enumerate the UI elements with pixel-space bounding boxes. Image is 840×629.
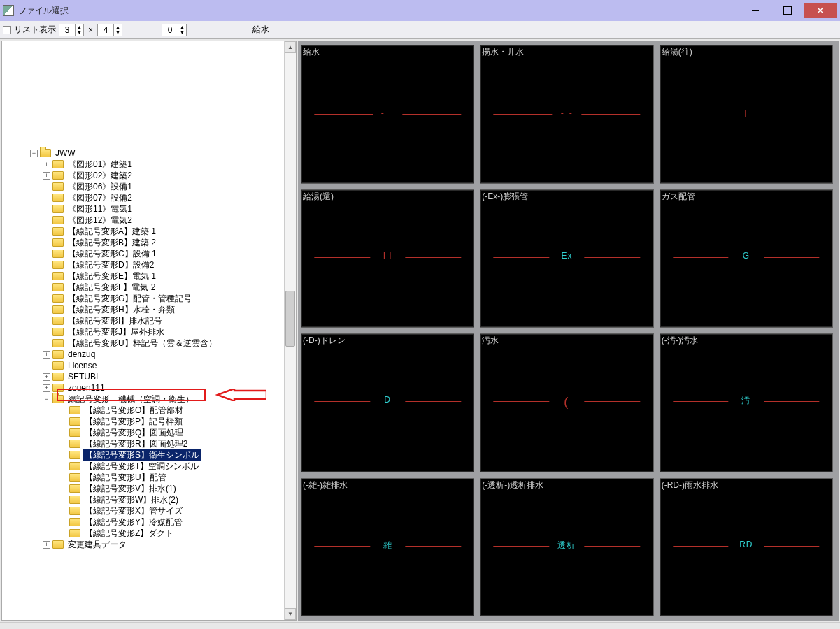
preview-cell[interactable]: ガス配管G <box>660 189 833 328</box>
tree-item[interactable]: 《図形06》設備1 <box>5 181 284 192</box>
tree-item[interactable]: +《図形02》建築2 <box>5 170 284 181</box>
folder-icon <box>69 451 80 459</box>
folder-tree[interactable]: −JWW+《図形01》建築1+《図形02》建築2《図形06》設備1《図形07》設… <box>2 41 284 620</box>
zero-input[interactable] <box>162 25 178 35</box>
tree-item[interactable]: 【線記号変形F】電気 2 <box>5 282 284 293</box>
maximize-button[interactable] <box>771 3 803 18</box>
tree-item-label: 《図形12》電気2 <box>66 215 134 226</box>
folder-icon <box>69 440 80 448</box>
expander-icon[interactable]: + <box>43 373 50 381</box>
tree-item[interactable]: +denzuq <box>5 349 284 360</box>
zero-down[interactable]: ▼ <box>178 30 186 36</box>
tree-item[interactable]: 【線記号変形Y】冷媒配管 <box>5 516 284 528</box>
symbol-preview: 透析 <box>494 547 640 548</box>
folder-icon <box>69 428 80 437</box>
tree-item[interactable]: 【線記号変形D】設備2 <box>5 259 284 270</box>
preview-cell[interactable]: 給水 <box>301 45 474 184</box>
tree-item-label: 《図形01》建築1 <box>66 159 134 171</box>
tree-item-label: JWW <box>54 148 77 158</box>
tree-item[interactable]: 【線記号変形O】配管部材 <box>5 405 284 416</box>
tree-scrollbar[interactable]: ▲ ▼ <box>284 41 296 620</box>
zero-up[interactable]: ▲ <box>178 24 186 30</box>
tree-item[interactable]: 【線記号変形Q】図面処理 <box>5 427 284 438</box>
folder-icon <box>52 305 64 314</box>
expander-icon[interactable]: + <box>43 161 50 168</box>
rows-spin[interactable]: ▲▼ <box>97 24 122 36</box>
preview-cell-title: 給水 <box>303 46 320 58</box>
tree-item-label: 《図形07》設備2 <box>66 192 134 204</box>
preview-cell[interactable]: (-雑-)雑排水雑 <box>301 478 474 617</box>
folder-icon <box>52 227 64 236</box>
tree-item[interactable]: 【線記号変形S】衛生シンボル <box>5 449 284 461</box>
tree-item[interactable]: 【線記号変形B】建築 2 <box>5 237 284 248</box>
expander-icon[interactable]: + <box>43 541 50 549</box>
tree-item[interactable]: 【線記号変形A】建築 1 <box>5 226 284 237</box>
preview-cell[interactable]: (-Ex-)膨張管Ex <box>480 189 653 328</box>
tree-item[interactable]: 【線記号変形H】水栓・弁類 <box>5 304 284 315</box>
folder-icon <box>52 361 64 370</box>
tree-item[interactable]: 【線記号変形E】電気 1 <box>5 270 284 282</box>
tree-item-label: 【線記号変形Q】図面処理 <box>83 427 185 439</box>
zero-spin[interactable]: ▲▼ <box>162 24 187 36</box>
tree-item[interactable]: 【線記号変形R】図面処理2 <box>5 438 284 449</box>
tree-item[interactable]: 【線記号変形G】配管・管種記号 <box>5 293 284 304</box>
tree-item[interactable]: 【線記号変形V】排水(1) <box>5 483 284 494</box>
tree-item[interactable]: +SETUBI <box>5 371 284 382</box>
tree-item[interactable]: −線記号変形 機械（空調・衛生） <box>5 393 284 405</box>
tree-item[interactable]: 【線記号変形U】枠記号（雲＆逆雲含） <box>5 338 284 349</box>
tree-item[interactable]: License <box>5 360 284 371</box>
cols-spin[interactable]: ▲▼ <box>59 24 84 36</box>
rows-input[interactable] <box>98 25 113 35</box>
symbol-preview: Ex <box>494 258 640 259</box>
preview-cell[interactable]: 給湯(往) <box>660 45 833 184</box>
scroll-down-icon[interactable]: ▼ <box>285 608 296 620</box>
rows-up[interactable]: ▲ <box>113 24 122 30</box>
tree-item[interactable]: 【線記号変形X】管サイズ <box>5 505 284 516</box>
tree-item[interactable]: 【線記号変形C】設備 1 <box>5 248 284 259</box>
close-button[interactable] <box>804 3 837 18</box>
cols-down[interactable]: ▼ <box>75 30 83 36</box>
tree-item[interactable]: 【線記号変形W】排水(2) <box>5 494 284 505</box>
tree-item[interactable]: 《図形07》設備2 <box>5 192 284 203</box>
tree-item[interactable]: +《図形01》建築1 <box>5 159 284 170</box>
tree-item[interactable]: 《図形12》電気2 <box>5 215 284 226</box>
tree-item-label: 【線記号変形V】排水(1) <box>83 483 178 495</box>
tree-item[interactable]: 【線記号変形Z】ダクト <box>5 528 284 539</box>
rows-down[interactable]: ▼ <box>113 30 122 36</box>
preview-cell[interactable]: (-汚-)汚水汚 <box>660 333 833 472</box>
expander-icon[interactable]: − <box>30 150 38 157</box>
preview-cell-title: ガス配管 <box>662 191 695 203</box>
tree-item-label: 【線記号変形W】排水(2) <box>83 494 180 506</box>
scroll-up-icon[interactable]: ▲ <box>285 41 296 53</box>
cols-input[interactable] <box>59 25 75 35</box>
tree-item[interactable]: +zouen111 <box>5 382 284 393</box>
folder-icon <box>69 462 80 470</box>
cols-up[interactable]: ▲ <box>75 24 83 30</box>
preview-cell[interactable]: (-透析-)透析排水透析 <box>480 478 653 617</box>
preview-cell[interactable]: 給湯(還)I I <box>301 189 474 328</box>
tree-item[interactable]: −JWW <box>5 147 284 159</box>
expander-icon[interactable]: + <box>43 384 50 392</box>
tree-item-label: zouen111 <box>66 383 106 393</box>
scroll-thumb[interactable] <box>285 291 295 347</box>
tree-item[interactable]: 【線記号変形U】配管 <box>5 472 284 483</box>
tree-item[interactable]: 【線記号変形T】空調シンボル <box>5 461 284 472</box>
expander-icon[interactable]: + <box>43 172 50 180</box>
folder-icon <box>52 250 64 258</box>
symbol-preview: G <box>673 258 819 259</box>
preview-cell[interactable]: 揚水・井水 <box>480 45 653 184</box>
preview-cell[interactable]: 汚水( <box>480 333 653 472</box>
preview-cell[interactable]: (-D-)ドレンD <box>301 333 474 472</box>
folder-icon <box>52 205 64 213</box>
tree-item[interactable]: +変更建具データ <box>5 539 284 550</box>
minimize-button[interactable] <box>739 3 771 18</box>
preview-cell[interactable]: (-RD-)雨水排水RD <box>660 478 833 617</box>
expander-icon[interactable]: − <box>43 396 50 403</box>
tree-item[interactable]: 【線記号変形I】排水記号 <box>5 315 284 326</box>
list-view-checkbox[interactable] <box>3 26 11 34</box>
tree-item[interactable]: 【線記号変形J】屋外排水 <box>5 326 284 338</box>
tree-item[interactable]: 【線記号変形P】記号枠類 <box>5 416 284 427</box>
expander-icon[interactable]: + <box>43 351 50 359</box>
preview-cell-title: 揚水・井水 <box>482 46 524 58</box>
tree-item[interactable]: 《図形11》電気1 <box>5 203 284 215</box>
